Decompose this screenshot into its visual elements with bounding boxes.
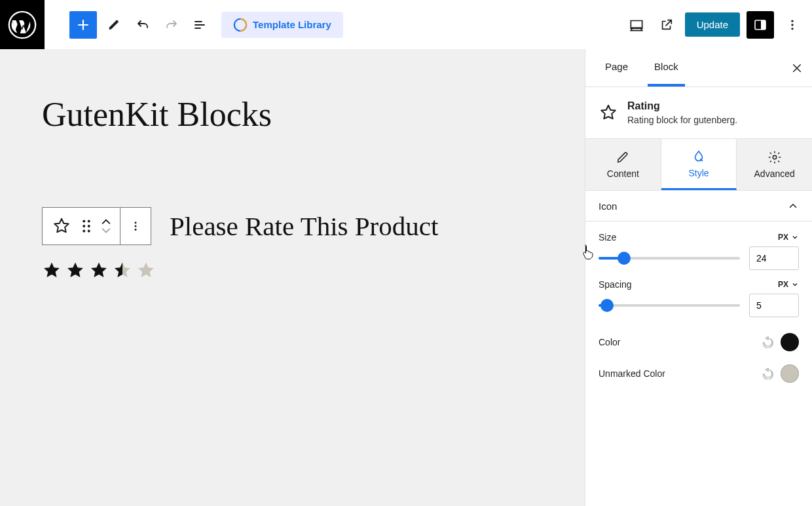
inspector-tab-style-label: Style bbox=[688, 168, 709, 178]
color-swatch[interactable] bbox=[781, 333, 799, 351]
panel-icon-body: Size PX bbox=[585, 222, 812, 400]
panel-icon-title: Icon bbox=[599, 201, 617, 212]
block-options-button[interactable] bbox=[130, 219, 141, 233]
page-title[interactable]: GutenKit Blocks bbox=[42, 95, 543, 134]
block-type-button[interactable] bbox=[52, 216, 71, 236]
drag-handle-button[interactable] bbox=[82, 220, 91, 233]
unmarked-color-swatch[interactable] bbox=[781, 364, 799, 383]
cursor-pointer-icon bbox=[581, 244, 595, 260]
inspector-tab-advanced[interactable]: Advanced bbox=[737, 139, 812, 190]
update-button[interactable]: Update bbox=[685, 12, 740, 37]
size-unit-select[interactable]: PX bbox=[778, 233, 799, 242]
redo-icon bbox=[164, 17, 179, 33]
color-label: Color bbox=[599, 337, 620, 347]
pencil-icon bbox=[107, 18, 121, 32]
svg-point-9 bbox=[83, 225, 85, 227]
size-label: Size bbox=[599, 232, 616, 243]
color-reset-button[interactable] bbox=[762, 336, 774, 348]
template-library-button[interactable]: Template Library bbox=[221, 12, 343, 38]
editor-canvas[interactable]: GutenKit Blocks bbox=[0, 49, 585, 506]
svg-point-4 bbox=[791, 20, 793, 22]
star-filled-icon bbox=[89, 261, 109, 281]
size-slider[interactable] bbox=[599, 257, 740, 260]
star-half-icon bbox=[113, 261, 132, 281]
kebab-icon bbox=[130, 219, 141, 233]
svg-point-6 bbox=[791, 28, 793, 29]
plus-icon bbox=[75, 17, 91, 33]
block-header: Rating Rating block for gutenberg. bbox=[585, 87, 812, 138]
inspector-tab-content-label: Content bbox=[607, 168, 639, 179]
svg-point-16 bbox=[773, 155, 777, 159]
spacing-unit-select[interactable]: PX bbox=[778, 280, 799, 289]
list-view-button[interactable] bbox=[189, 13, 212, 37]
star-filled-icon bbox=[42, 261, 62, 281]
rating-prompt-text[interactable]: Please Rate This Product bbox=[170, 210, 438, 242]
close-icon bbox=[791, 62, 803, 74]
external-view-button[interactable] bbox=[655, 13, 678, 37]
spacing-slider[interactable] bbox=[599, 304, 740, 307]
add-block-button[interactable] bbox=[69, 11, 97, 39]
star-empty-icon bbox=[136, 261, 156, 281]
undo-icon bbox=[135, 17, 151, 33]
spacing-unit-value: PX bbox=[778, 280, 788, 289]
chevron-up-icon bbox=[787, 200, 799, 212]
svg-point-10 bbox=[88, 225, 90, 227]
edit-mode-button[interactable] bbox=[102, 13, 126, 37]
close-sidebar-button[interactable] bbox=[786, 57, 808, 79]
move-up-button[interactable] bbox=[101, 219, 111, 225]
sidebar-toggle-button[interactable] bbox=[747, 11, 774, 39]
chevron-down-icon bbox=[101, 227, 111, 233]
svg-point-11 bbox=[83, 230, 85, 233]
svg-point-14 bbox=[135, 225, 137, 227]
drag-icon bbox=[82, 220, 91, 233]
drop-icon bbox=[692, 149, 706, 164]
wordpress-logo-button[interactable] bbox=[0, 0, 45, 49]
svg-point-7 bbox=[83, 220, 85, 223]
spacing-input[interactable] bbox=[749, 294, 799, 317]
unmarked-color-label: Unmarked Color bbox=[599, 368, 665, 379]
undo-button[interactable] bbox=[131, 13, 155, 37]
external-link-icon bbox=[659, 18, 674, 32]
options-button[interactable] bbox=[781, 13, 804, 37]
star-filled-icon bbox=[65, 261, 85, 281]
tab-block[interactable]: Block bbox=[648, 49, 685, 87]
svg-rect-3 bbox=[761, 20, 766, 29]
panel-icon-header[interactable]: Icon bbox=[585, 191, 812, 222]
move-down-button[interactable] bbox=[101, 227, 111, 233]
spacing-label: Spacing bbox=[599, 279, 632, 290]
tab-page[interactable]: Page bbox=[599, 49, 635, 87]
inspector-tab-advanced-label: Advanced bbox=[754, 168, 795, 179]
star-outline-icon bbox=[599, 103, 618, 123]
redo-button[interactable] bbox=[160, 13, 183, 37]
pencil-icon bbox=[616, 150, 630, 165]
inspector-tab-content[interactable]: Content bbox=[585, 139, 661, 190]
update-label: Update bbox=[697, 19, 728, 30]
chevron-down-icon bbox=[791, 281, 799, 288]
block-toolbar bbox=[42, 207, 151, 245]
wordpress-icon bbox=[8, 10, 37, 39]
block-description: Rating block for gutenberg. bbox=[627, 115, 737, 125]
template-library-label: Template Library bbox=[253, 19, 331, 30]
kebab-icon bbox=[786, 18, 799, 31]
size-unit-value: PX bbox=[778, 233, 788, 242]
inspector-sidebar: Page Block Rating Rating block for guten… bbox=[585, 49, 812, 506]
top-toolbar: Template Library Update bbox=[0, 0, 812, 49]
rating-stars[interactable] bbox=[42, 261, 543, 281]
svg-point-8 bbox=[88, 220, 90, 223]
reset-icon bbox=[762, 336, 774, 348]
chevron-up-icon bbox=[101, 219, 111, 225]
star-outline-icon bbox=[52, 216, 71, 236]
size-input[interactable] bbox=[749, 246, 799, 270]
desktop-icon bbox=[628, 16, 645, 33]
inspector-tab-style[interactable]: Style bbox=[661, 139, 737, 190]
view-button[interactable] bbox=[625, 13, 648, 37]
list-view-icon bbox=[193, 17, 208, 33]
chevron-down-icon bbox=[791, 233, 799, 241]
svg-point-13 bbox=[135, 222, 137, 224]
svg-point-5 bbox=[791, 24, 793, 26]
gear-icon bbox=[767, 150, 782, 165]
sidebar-icon bbox=[752, 17, 768, 33]
svg-point-15 bbox=[135, 229, 137, 231]
block-name: Rating bbox=[627, 100, 737, 112]
unmarked-color-reset-button[interactable] bbox=[762, 368, 774, 380]
